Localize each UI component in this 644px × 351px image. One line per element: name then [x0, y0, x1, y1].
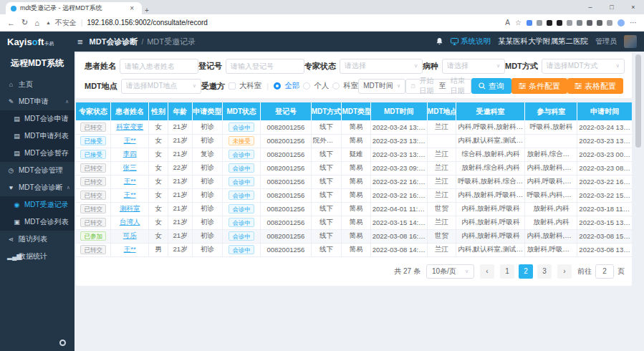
- sidebar-item-followup-list[interactable]: ⋖随访列表: [0, 231, 75, 248]
- sidebar-item-mdt-manage[interactable]: ◷MDT会诊管理: [0, 162, 75, 179]
- extension-icon[interactable]: [587, 20, 592, 26]
- page-size-select[interactable]: 10条/页∨: [426, 264, 474, 279]
- time-field-select[interactable]: MDT时间∨: [358, 79, 405, 94]
- reg-no-input[interactable]: [226, 59, 304, 74]
- extension-icon[interactable]: [537, 20, 542, 26]
- radio-personal[interactable]: [303, 82, 310, 90]
- cell-apply_time: 2022-03-22 15:57:03: [577, 188, 632, 202]
- condition-config-button[interactable]: 条件配置: [511, 78, 567, 94]
- sidebar-item-stats[interactable]: ▂▄▆数据统计: [0, 248, 75, 265]
- minimize-button[interactable]: –: [580, 4, 601, 11]
- url-text: 192.168.0.156:9002/consultate/record: [87, 19, 207, 27]
- patient-name-link[interactable]: 王**: [124, 191, 136, 198]
- close-button[interactable]: ×: [623, 4, 644, 11]
- column-header-gender[interactable]: 性别: [149, 102, 168, 120]
- sidebar-item-mdt-apply[interactable]: ✎MDT申请∧: [0, 93, 75, 110]
- records-table-panel: 专家状态患者姓名性别年龄申请类型MDT状态登记号MDT方式MDT类型MDT时间M…: [76, 102, 632, 286]
- column-header-age[interactable]: 年龄: [168, 102, 192, 120]
- cell-gender: 女: [149, 216, 168, 229]
- next-page-button[interactable]: ›: [557, 264, 572, 279]
- sidebar-item-mdt-apply-draft[interactable]: ▤MDT会诊暂存: [0, 145, 75, 162]
- extension-icon[interactable]: [547, 20, 552, 26]
- sidebar-item-mdt-diagnosis[interactable]: ♥MDT会诊诊断∧: [0, 179, 75, 196]
- extension-icon[interactable]: [527, 20, 532, 26]
- reload-icon[interactable]: ↻: [21, 18, 28, 27]
- search-button-label: 查询: [489, 81, 504, 92]
- collapse-menu-icon[interactable]: ≡: [77, 37, 83, 47]
- column-header-reg_no[interactable]: 登记号: [261, 102, 312, 120]
- sidebar-item-mdt-invite-record[interactable]: ◉MDT受邀记录: [0, 196, 75, 213]
- column-header-mdt_time[interactable]: MDT时间: [370, 102, 427, 120]
- column-header-apply_time[interactable]: 申请时间: [577, 102, 632, 120]
- column-header-apply_type[interactable]: 申请类型: [192, 102, 223, 120]
- cell-mdt_mode: 院外线上: [311, 134, 342, 148]
- sidebar-item-mdt-consult-list[interactable]: ▣MDT会诊列表: [0, 213, 75, 231]
- text-size-icon[interactable]: A: [505, 19, 510, 27]
- date-range-picker[interactable]: 开始日期 至 结束日期: [405, 79, 471, 94]
- new-tab-button[interactable]: +: [142, 6, 152, 14]
- cell-name: 可乐: [111, 229, 149, 243]
- tab-close-icon[interactable]: ×: [127, 4, 137, 12]
- extension-icon[interactable]: [557, 20, 562, 26]
- column-header-mdt_type[interactable]: MDT类型: [342, 102, 370, 120]
- profile-avatar[interactable]: [617, 19, 625, 27]
- patient-name-link[interactable]: 科室变更: [116, 122, 143, 130]
- patient-name-link[interactable]: 台湾人: [120, 218, 140, 226]
- patient-name-link[interactable]: 王**: [124, 136, 136, 144]
- disease-select[interactable]: 请选择∨: [442, 59, 505, 74]
- extension-icon[interactable]: [567, 20, 572, 26]
- column-header-mdt_mode[interactable]: MDT方式: [311, 102, 342, 120]
- back-icon[interactable]: ←: [7, 19, 15, 27]
- cell-mdt_status: 会诊中: [223, 120, 261, 134]
- goto-page-input[interactable]: [595, 264, 614, 279]
- patient-name-link[interactable]: 王**: [124, 177, 136, 185]
- patient-name-input[interactable]: [120, 59, 198, 74]
- list-icon: ▤: [13, 133, 21, 140]
- search-button[interactable]: 查询: [471, 78, 511, 94]
- page-button-3[interactable]: 3: [537, 264, 552, 279]
- column-header-expert_status[interactable]: 专家状态: [76, 102, 111, 120]
- sidebar-item-mdt-apply-list[interactable]: ▤MDT申请列表: [0, 128, 75, 145]
- radio-dept[interactable]: [332, 82, 340, 90]
- extension-icon[interactable]: [597, 20, 602, 26]
- home-icon[interactable]: ⌂: [34, 19, 39, 27]
- patient-name-link[interactable]: 可乐: [123, 231, 137, 239]
- user-avatar[interactable]: [624, 35, 637, 48]
- favorite-star-icon[interactable]: ☆: [515, 19, 522, 27]
- sidebar-item-mdt-apply-form[interactable]: ▤MDT会诊申请: [0, 110, 75, 128]
- patient-name-link[interactable]: 王**: [124, 245, 136, 253]
- patient-name-link[interactable]: 测科室: [120, 204, 140, 212]
- column-header-name[interactable]: 患者姓名: [111, 102, 149, 120]
- cell-gender: 女: [149, 175, 168, 188]
- column-header-mdt_place[interactable]: MDT地点: [427, 102, 456, 120]
- patient-name-link[interactable]: 李四: [123, 150, 137, 158]
- page-button-2[interactable]: 2: [519, 264, 533, 279]
- extension-icon[interactable]: [607, 20, 612, 26]
- patient-name-link[interactable]: 张三: [123, 163, 137, 171]
- mdt-mode-select[interactable]: 请选择MDT方式∨: [542, 59, 625, 74]
- page-button-1[interactable]: 1: [500, 264, 514, 279]
- radio-all[interactable]: [274, 82, 281, 90]
- expert-status-select[interactable]: 请选择∨: [340, 59, 423, 74]
- maximize-button[interactable]: □: [601, 4, 623, 11]
- browser-tab[interactable]: mdt受邀记录 - 远程MDT系统 ×: [6, 2, 142, 14]
- settings-gear-icon[interactable]: [59, 340, 66, 346]
- column-header-mdt_status[interactable]: MDT状态: [223, 102, 261, 120]
- url-bar[interactable]: ▲ 不安全 | 192.168.0.156:9002/consultate/re…: [46, 18, 499, 28]
- more-icon[interactable]: ⋯: [630, 19, 637, 27]
- major-dept-checkbox[interactable]: [229, 82, 236, 90]
- cell-gender: 男: [149, 243, 168, 256]
- mdt-place-select[interactable]: 请选择MDT地点∨: [121, 79, 201, 94]
- extension-icon[interactable]: [577, 20, 582, 26]
- prev-page-button[interactable]: ‹: [480, 264, 494, 279]
- system-info-link[interactable]: 系统说明: [451, 37, 491, 47]
- cell-mdt_place: 兰江: [427, 216, 456, 229]
- user-role[interactable]: 管理员: [595, 37, 617, 47]
- page-scrollbar[interactable]: [635, 54, 641, 148]
- expert-status-label: 专家状态: [304, 61, 336, 72]
- column-header-joined_depts[interactable]: 参与科室: [525, 102, 577, 120]
- column-header-invited_depts[interactable]: 受邀科室: [456, 102, 525, 120]
- table-config-button[interactable]: 表格配置: [567, 78, 623, 94]
- sidebar-item-home[interactable]: ⌂主页: [0, 76, 75, 93]
- bell-icon[interactable]: [436, 37, 443, 46]
